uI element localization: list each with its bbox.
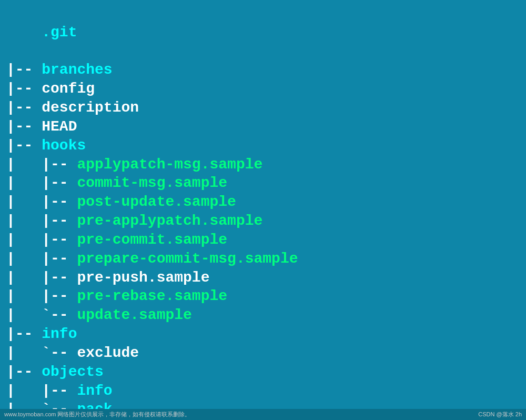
tree-row: | |-- pre-rebase.sample xyxy=(6,287,520,306)
tree-item-text: pre-applypatch.sample xyxy=(77,213,262,229)
tree-row: | |-- post-update.sample xyxy=(6,193,520,212)
tree-row: | |-- applypatch-msg.sample xyxy=(6,155,520,174)
tree-indent: | xyxy=(6,156,42,173)
tree-item-text: description xyxy=(42,99,139,116)
tree-prefix: |-- xyxy=(42,232,77,248)
tree-prefix: |-- xyxy=(6,137,42,154)
tree-prefix: |-- xyxy=(6,118,42,135)
tree-prefix: |-- xyxy=(42,288,77,304)
tree-item-text: pre-commit.sample xyxy=(77,232,227,248)
tree-item-text: HEAD xyxy=(42,118,77,135)
tree-item-text: update.sample xyxy=(77,307,191,323)
tree-indent: | xyxy=(6,213,42,229)
tree-indent: | xyxy=(6,345,42,361)
tree-prefix: |-- xyxy=(6,326,42,342)
tree-item-text: branches xyxy=(42,62,112,78)
tree-row: |-- objects xyxy=(6,363,520,382)
tree-indent: | xyxy=(6,269,42,286)
tree-row: |-- branches xyxy=(6,61,520,79)
tree-item-text: prepare-commit-msg.sample xyxy=(77,251,298,267)
tree-indent: | xyxy=(6,383,42,399)
tree-indent: | xyxy=(6,232,42,248)
tree-row: |-- info xyxy=(6,325,520,344)
tree-prefix: |-- xyxy=(42,213,77,229)
tree-item-text: pre-push.sample xyxy=(77,269,209,286)
tree-row: | `-- update.sample xyxy=(6,306,520,325)
tree-indent: | xyxy=(6,194,42,210)
tree-prefix: |-- xyxy=(42,383,77,399)
tree-row: | |-- prepare-commit-msg.sample xyxy=(6,249,520,268)
tree-prefix: |-- xyxy=(6,99,42,116)
tree-item-text: hooks xyxy=(42,137,86,154)
tree-container: .git xyxy=(6,4,520,61)
tree-row: |-- description xyxy=(6,98,520,117)
tree-row: |-- HEAD xyxy=(6,117,520,136)
tree-prefix: |-- xyxy=(42,156,77,173)
bottom-bar-right: CSDN @落水 2h xyxy=(478,411,522,418)
tree-item-text: info xyxy=(77,383,112,399)
tree-prefix: |-- xyxy=(42,269,77,286)
tree-prefix: |-- xyxy=(6,81,42,97)
tree-row: | `-- exclude xyxy=(6,344,520,363)
tree-row: | |-- pre-push.sample xyxy=(6,268,520,287)
root-text: .git xyxy=(42,24,77,41)
root-line: .git xyxy=(6,4,520,61)
tree-item-text: commit-msg.sample xyxy=(77,175,227,191)
tree-prefix: `-- xyxy=(42,307,77,323)
tree-row: | |-- commit-msg.sample xyxy=(6,174,520,193)
tree-row: |-- config xyxy=(6,79,520,98)
tree-row: |-- hooks xyxy=(6,136,520,155)
tree-item-text: info xyxy=(42,326,77,342)
tree-row: | |-- pre-applypatch.sample xyxy=(6,212,520,231)
tree-prefix: `-- xyxy=(42,345,77,361)
tree-indent: | xyxy=(6,288,42,304)
tree-row: | |-- info xyxy=(6,382,520,401)
tree-indent: | xyxy=(6,175,42,191)
tree-prefix: |-- xyxy=(6,62,42,78)
tree-prefix: |-- xyxy=(42,251,77,267)
tree-lines: |-- branches|-- config|-- description|--… xyxy=(6,61,520,420)
tree-prefix: |-- xyxy=(42,194,77,210)
tree-item-text: applypatch-msg.sample xyxy=(77,156,262,173)
bottom-bar: www.toymoban.com 网络图片仅供展示，非存储，如有侵权请联系删除。… xyxy=(0,409,526,420)
tree-row: | |-- pre-commit.sample xyxy=(6,231,520,249)
tree-item-text: config xyxy=(42,81,95,97)
tree-indent: | xyxy=(6,307,42,323)
tree-indent: | xyxy=(6,251,42,267)
tree-item-text: objects xyxy=(42,364,104,380)
bottom-bar-left: www.toymoban.com 网络图片仅供展示，非存储，如有侵权请联系删除。 xyxy=(4,411,190,418)
tree-prefix: |-- xyxy=(42,175,77,191)
tree-prefix: |-- xyxy=(6,364,42,380)
tree-item-text: pre-rebase.sample xyxy=(77,288,227,304)
tree-item-text: post-update.sample xyxy=(77,194,236,210)
tree-item-text: exclude xyxy=(77,345,139,361)
